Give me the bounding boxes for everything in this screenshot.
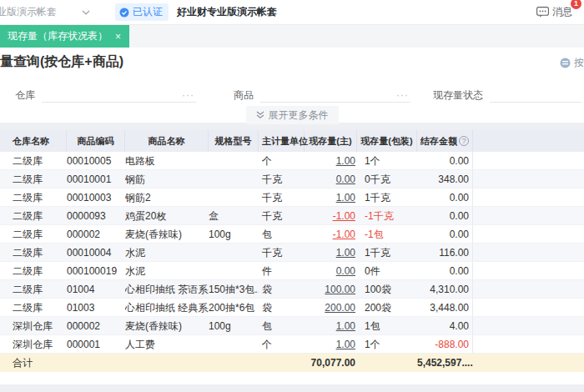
cell-spec-model	[209, 335, 259, 353]
header-product-name: 商品名称	[125, 130, 209, 152]
warehouse-filter-label: 仓库	[15, 88, 35, 103]
qty-main-link[interactable]: -1.00	[333, 210, 355, 222]
cell-warehouse-name: 二级库	[0, 299, 67, 316]
header-spec-model: 规格型号	[209, 130, 259, 152]
cell-balance-amount: -888.00	[417, 335, 473, 353]
cell-warehouse-name: 二级库	[0, 262, 67, 279]
qty-main-link[interactable]: 1.00	[336, 247, 355, 259]
table-row[interactable]: 二级库0000093鸡蛋20枚盒千克-1.00-1千克0.00	[0, 207, 584, 225]
qty-main-link[interactable]: 0.00	[336, 173, 355, 185]
cell-filler	[473, 280, 584, 298]
total-spacer	[259, 354, 305, 372]
header-main-unit: 主计量单位	[259, 130, 305, 152]
warehouse-filter-input[interactable]: ···	[42, 88, 196, 103]
table-row[interactable]: 二级库000100019水泥件0.000件0.00	[0, 262, 584, 280]
cell-warehouse-name: 二级库	[0, 244, 67, 261]
table-body: 二级库00010005电路板个1.001个0.00二级库00010001钢筋千克…	[0, 152, 584, 354]
verified-badge: 已认证	[115, 3, 169, 21]
cell-qty-main[interactable]: 0.00	[305, 170, 357, 188]
cell-warehouse-name: 二级库	[0, 225, 67, 243]
qty-main-link[interactable]: 1.00	[336, 155, 355, 167]
product-filter-input[interactable]: ···	[260, 88, 410, 103]
cell-product-code: 00010001	[67, 170, 125, 188]
close-tab-icon[interactable]: ×	[115, 31, 121, 43]
cell-qty-package: 0件	[357, 262, 417, 279]
header-product-code: 商品编码	[67, 130, 125, 152]
cell-filler	[473, 188, 584, 206]
account-switcher[interactable]: 业版演示帐套	[0, 5, 90, 19]
table-row[interactable]: 二级库00010001钢筋千克0.000千克348.00	[0, 170, 584, 188]
cell-qty-main[interactable]: 1.00	[305, 244, 357, 261]
cell-main-unit: 包	[259, 225, 305, 243]
cell-filler	[473, 299, 584, 316]
qty-main-link[interactable]: 200.00	[325, 302, 355, 314]
cell-filler	[473, 244, 584, 261]
info-icon[interactable]: ?	[459, 136, 469, 146]
cell-product-name: 鸡蛋20枚	[125, 207, 209, 224]
cell-product-code: 000002	[67, 317, 125, 334]
template-display-icon	[560, 58, 571, 68]
cell-balance-amount: 4,310.00	[417, 280, 473, 298]
cell-filler	[473, 170, 584, 188]
message-count-badge: 1	[571, 0, 581, 9]
header-qty-main: 现存量(主)	[305, 130, 357, 152]
cell-qty-main[interactable]: 100.00	[305, 280, 357, 298]
cell-qty-main[interactable]: 1.00	[305, 335, 357, 353]
total-spacer	[473, 354, 584, 372]
cell-main-unit: 个	[259, 152, 305, 169]
messages-button[interactable]: 消息 1	[536, 5, 572, 19]
product-filter-label: 商品	[234, 88, 254, 103]
header-warehouse-name: 仓库名称	[0, 130, 67, 152]
cell-warehouse-name: 二级库	[0, 280, 67, 298]
qty-main-link[interactable]: 1.00	[336, 339, 355, 350]
cell-qty-main[interactable]: -1.00	[305, 225, 357, 243]
header-qty-package: 现存量(包装)	[357, 130, 417, 152]
cell-qty-main[interactable]: 0.00	[305, 262, 357, 279]
table-row[interactable]: 深圳仓库000002麦烧(香辣味)100g包1.001包4.00	[0, 317, 584, 335]
header-balance-amount: 结存金额?	[417, 130, 473, 152]
qty-main-link[interactable]: -1.00	[333, 229, 355, 240]
table-row[interactable]: 二级库01003心相印抽纸 经典系列200抽*6包袋200.00200袋3,44…	[0, 299, 584, 317]
cell-spec-model: 100g	[209, 317, 259, 334]
footer-strip	[0, 384, 584, 392]
cell-balance-amount: 0.00	[417, 188, 473, 206]
cell-warehouse-name: 深圳仓库	[0, 335, 67, 353]
cell-spec-model	[209, 244, 259, 261]
table-row[interactable]: 二级库00010003钢筋2千克1.001千克0.00	[0, 188, 584, 207]
qty-main-link[interactable]: 1.00	[336, 320, 355, 332]
cell-qty-package: 1千克	[357, 188, 417, 206]
cell-warehouse-name: 二级库	[0, 152, 67, 169]
cell-qty-main[interactable]: 1.00	[305, 188, 357, 206]
expand-more-conditions-button[interactable]: 展开更多条件	[246, 106, 339, 124]
table-row[interactable]: 二级库00010004水泥千克1.001千克116.00	[0, 244, 584, 262]
cell-qty-main[interactable]: 200.00	[305, 299, 357, 316]
table-row[interactable]: 二级库01004心相印抽纸 茶语系列 ...150抽*3包...袋100.001…	[0, 280, 584, 299]
table-row[interactable]: 深圳仓库000001人工费个1.001个-888.00	[0, 335, 584, 354]
status-filter-input[interactable]	[490, 88, 581, 103]
cell-product-code: 0000093	[67, 207, 125, 224]
cell-filler	[473, 207, 584, 224]
qty-main-link[interactable]: 0.00	[336, 265, 355, 277]
cell-qty-main[interactable]: -1.00	[305, 207, 357, 224]
total-spacer	[357, 354, 417, 372]
warehouse-picker-ellipsis-icon[interactable]: ···	[180, 91, 196, 99]
cell-spec-model	[209, 170, 259, 188]
cell-product-name: 人工费	[125, 335, 209, 353]
cell-product-name: 钢筋2	[125, 188, 209, 206]
cell-product-name: 水泥	[125, 244, 209, 261]
table-row[interactable]: 二级库000002麦烧(香辣味)100g包-1.00-1包0.00	[0, 225, 584, 244]
cell-warehouse-name: 二级库	[0, 207, 67, 224]
tab-current-inventory[interactable]: 现存量（库存状况表） ×	[0, 25, 129, 48]
product-picker-ellipsis-icon[interactable]: ···	[395, 91, 410, 99]
cell-qty-main[interactable]: 1.00	[305, 317, 357, 334]
cell-qty-main[interactable]: 1.00	[305, 152, 357, 169]
qty-main-link[interactable]: 100.00	[325, 284, 355, 295]
product-filter: 商品 ···	[234, 88, 410, 103]
qty-main-link[interactable]: 1.00	[336, 192, 355, 204]
cell-warehouse-name: 二级库	[0, 188, 67, 206]
total-spacer	[209, 354, 259, 372]
table-row[interactable]: 二级库00010005电路板个1.001个0.00	[0, 152, 584, 170]
cell-product-code: 000100019	[67, 262, 125, 279]
cell-main-unit: 件	[259, 262, 305, 279]
template-display-link[interactable]: 按模	[560, 56, 584, 70]
